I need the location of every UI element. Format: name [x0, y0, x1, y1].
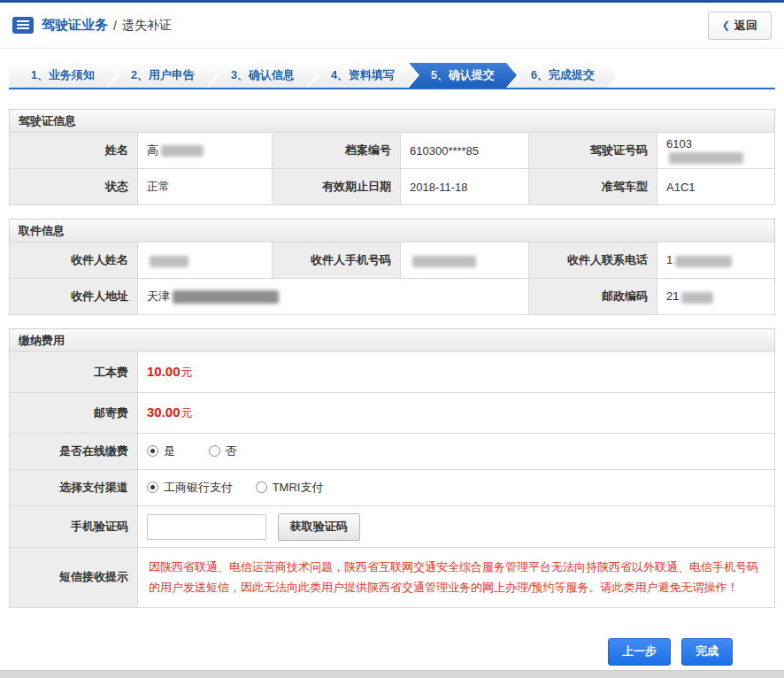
- channel-icbc-option[interactable]: 工商银行支付: [147, 480, 233, 496]
- postcode-value-text: 21: [666, 289, 679, 303]
- table-row: 短信接收提示 因陕西省联通、电信运营商技术问题，陕西省互联网交通安全综合服务管理…: [10, 548, 775, 608]
- expiry-label: 有效期止日期: [273, 169, 401, 205]
- status-value: 正常: [138, 169, 273, 205]
- license-no-value-text: 6103: [666, 137, 692, 150]
- license-info-section: 驾驶证信息 姓名 高 档案编号 610300****85 驾驶证号码 6103 …: [9, 109, 775, 205]
- radio-checked-icon: [147, 445, 158, 457]
- page-subtitle: 遗失补证: [122, 18, 172, 34]
- chevron-left-icon: ❮: [722, 19, 730, 31]
- redacted-blur: [150, 256, 188, 267]
- table-row: 工本费 10.00元: [10, 352, 775, 393]
- name-value: 高: [138, 133, 273, 169]
- previous-step-button[interactable]: 上一步: [608, 638, 671, 666]
- postcode-value: 21: [657, 279, 775, 315]
- back-button[interactable]: ❮ 返回: [708, 12, 772, 40]
- recipient-address-value-text: 天津: [147, 289, 170, 303]
- fees-section: 缴纳费用 工本费 10.00元 邮寄费 30.00元 是否在线缴费: [9, 328, 775, 608]
- table-row: 状态 正常 有效期止日期 2018-11-18 准驾车型 A1C1: [10, 169, 775, 205]
- license-no-value: 6103: [657, 133, 775, 169]
- online-pay-options: 是 否: [138, 434, 775, 470]
- online-pay-no-option[interactable]: 否: [209, 443, 237, 459]
- status-label: 状态: [10, 169, 138, 205]
- table-row: 收件人姓名 收件人手机号码 收件人联系电话 1: [10, 243, 775, 279]
- pickup-info-section: 取件信息 收件人姓名 收件人手机号码 收件人联系电话 1 收件人地址 天津 邮政…: [9, 219, 775, 315]
- production-fee-value: 10.00元: [138, 352, 775, 393]
- production-fee-amount: 10.00: [147, 364, 181, 379]
- captcha-row: 获取验证码: [138, 506, 775, 548]
- table-row: 选择支付渠道 工商银行支付 TMRI支付: [10, 470, 775, 506]
- table-row: 收件人地址 天津 邮政编码 21: [10, 279, 775, 315]
- pickup-info-table: 收件人姓名 收件人手机号码 收件人联系电话 1 收件人地址 天津 邮政编码 21: [9, 242, 775, 315]
- step-indicator: 1、业务须知 2、用户申告 3、确认信息 4、资料填写 5、确认提交 6、完成提…: [9, 63, 775, 89]
- recipient-address-value: 天津: [138, 279, 529, 315]
- online-pay-yes-label: 是: [164, 443, 175, 459]
- license-info-table: 姓名 高 档案编号 610300****85 驾驶证号码 6103 状态 正常 …: [9, 132, 775, 205]
- step-6-complete-submit[interactable]: 6、完成提交: [509, 63, 617, 88]
- vehicle-class-value: A1C1: [657, 169, 775, 205]
- postage-fee-label: 邮寄费: [10, 393, 138, 434]
- file-no-label: 档案编号: [273, 133, 401, 169]
- table-row: 姓名 高 档案编号 610300****85 驾驶证号码 6103: [10, 133, 775, 169]
- table-row: 手机验证码 获取验证码: [10, 506, 775, 548]
- license-no-label: 驾驶证号码: [529, 133, 657, 169]
- document-list-icon: [12, 17, 34, 34]
- postage-fee-amount: 30.00: [147, 404, 181, 420]
- bottom-strip: [0, 670, 784, 678]
- radio-unchecked-icon: [209, 445, 220, 457]
- redacted-blur: [173, 290, 279, 304]
- postcode-label: 邮政编码: [529, 279, 657, 315]
- recipient-name-label: 收件人姓名: [10, 243, 138, 279]
- production-fee-unit: 元: [181, 366, 193, 379]
- recipient-address-label: 收件人地址: [10, 279, 138, 315]
- redacted-blur: [412, 256, 476, 267]
- header: 驾驶证业务 / 遗失补证 ❮ 返回: [0, 3, 784, 49]
- production-fee-label: 工本费: [10, 352, 138, 393]
- name-label: 姓名: [10, 133, 138, 169]
- online-pay-no-label: 否: [226, 443, 237, 459]
- payment-channel-label: 选择支付渠道: [10, 470, 138, 506]
- fees-section-title: 缴纳费用: [9, 328, 775, 352]
- step-3-confirm-info[interactable]: 3、确认信息: [209, 63, 317, 88]
- radio-checked-icon: [147, 482, 158, 493]
- radio-unchecked-icon: [256, 482, 267, 493]
- page-title: 驾驶证业务: [42, 17, 108, 34]
- table-row: 是否在线缴费 是 否: [10, 434, 775, 470]
- vehicle-class-label: 准驾车型: [529, 169, 657, 205]
- redacted-blur: [681, 292, 713, 304]
- get-verification-code-button[interactable]: 获取验证码: [278, 513, 360, 541]
- redacted-blur: [675, 256, 732, 267]
- back-button-label: 返回: [734, 18, 757, 34]
- recipient-phone-value: 1: [657, 243, 775, 279]
- redacted-blur: [669, 152, 743, 164]
- pickup-info-section-title: 取件信息: [9, 219, 775, 243]
- recipient-mobile-label: 收件人手机号码: [273, 243, 401, 279]
- table-row: 邮寄费 30.00元: [10, 393, 775, 434]
- file-no-value: 610300****85: [401, 133, 529, 169]
- name-value-text: 高: [147, 143, 158, 157]
- sms-notice-text: 因陕西省联通、电信运营商技术问题，陕西省互联网交通安全综合服务管理平台无法向持陕…: [138, 548, 775, 608]
- recipient-phone-value-text: 1: [666, 253, 673, 266]
- step-1-business-notice[interactable]: 1、业务须知: [9, 63, 117, 88]
- channel-tmri-label: TMRI支付: [273, 480, 324, 496]
- recipient-name-value: [138, 243, 273, 279]
- redacted-blur: [161, 145, 204, 157]
- finish-button[interactable]: 完成: [681, 638, 733, 666]
- online-pay-label: 是否在线缴费: [10, 434, 138, 470]
- title-divider: /: [113, 19, 117, 33]
- step-4-fill-materials[interactable]: 4、资料填写: [309, 63, 417, 88]
- recipient-mobile-value: [401, 243, 529, 279]
- channel-tmri-option[interactable]: TMRI支付: [256, 480, 324, 496]
- postage-fee-value: 30.00元: [138, 393, 775, 434]
- license-info-section-title: 驾驶证信息: [9, 109, 775, 133]
- footer-actions: 上一步 完成: [0, 638, 733, 666]
- fees-table: 工本费 10.00元 邮寄费 30.00元 是否在线缴费 是: [9, 351, 775, 608]
- postage-fee-unit: 元: [181, 406, 193, 420]
- online-pay-yes-option[interactable]: 是: [147, 443, 175, 459]
- page: 驾驶证业务 / 遗失补证 ❮ 返回 1、业务须知 2、用户申告 3、确认信息 4…: [0, 0, 784, 666]
- step-5-confirm-submit[interactable]: 5、确认提交: [409, 63, 517, 88]
- captcha-input[interactable]: [147, 514, 266, 540]
- step-2-user-declaration[interactable]: 2、用户申告: [109, 63, 217, 88]
- payment-channel-options: 工商银行支付 TMRI支付: [138, 470, 775, 506]
- expiry-value: 2018-11-18: [401, 169, 529, 205]
- channel-icbc-label: 工商银行支付: [164, 480, 233, 496]
